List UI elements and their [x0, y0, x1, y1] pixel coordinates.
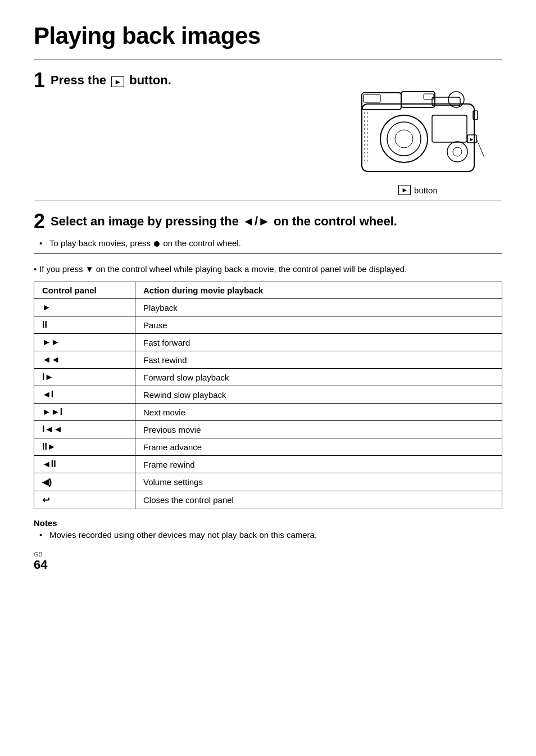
- control-panel-icon-cell: ↩: [34, 491, 135, 509]
- action-cell: Forward slow playback: [135, 369, 502, 386]
- divider-3: [34, 253, 502, 254]
- table-row: ►►INext movie: [34, 404, 502, 421]
- divider-1: [34, 60, 502, 60]
- svg-rect-1: [362, 93, 401, 110]
- notes-section: Notes Movies recorded using other device…: [34, 518, 502, 540]
- step-1-section: 1 Press the ► button.: [34, 70, 502, 195]
- svg-point-5: [387, 122, 421, 156]
- step-2-heading: 2 Select an image by pressing the ◄/► on…: [34, 211, 502, 232]
- divider-2: [34, 201, 502, 201]
- svg-rect-0: [362, 104, 474, 171]
- circle-icon: [154, 241, 160, 247]
- control-panel-icon-cell: ►: [34, 299, 135, 316]
- control-panel-icon-cell: II►: [34, 438, 135, 456]
- svg-rect-15: [364, 94, 380, 102]
- page-footer: GB 64: [34, 551, 502, 572]
- step-2-section: 2 Select an image by pressing the ◄/► on…: [34, 211, 502, 248]
- action-cell: Frame rewind: [135, 456, 502, 473]
- action-cell: Rewind slow playback: [135, 386, 502, 404]
- svg-line-13: [476, 139, 484, 157]
- control-panel-icon-cell: I◄◄: [34, 421, 135, 438]
- button-label: ► button: [398, 185, 438, 195]
- control-panel-icon-cell: ►►I: [34, 404, 135, 421]
- control-panel-icon-cell: I►: [34, 369, 135, 386]
- svg-point-8: [447, 142, 467, 162]
- table-row: ◀)Volume settings: [34, 473, 502, 491]
- page-title: Playing back images: [34, 22, 502, 49]
- table-row: ►►Fast forward: [34, 334, 502, 351]
- step-1-text-after: button.: [129, 73, 171, 87]
- page-lang: GB: [34, 551, 502, 558]
- action-cell: Pause: [135, 316, 502, 334]
- control-panel-icon-cell: ◄◄: [34, 351, 135, 369]
- camera-svg: ►: [345, 70, 491, 183]
- svg-point-9: [453, 147, 462, 156]
- action-cell: Volume settings: [135, 473, 502, 491]
- control-panel-icon-cell: ►►: [34, 334, 135, 351]
- table-row: I◄◄Previous movie: [34, 421, 502, 438]
- action-cell: Fast rewind: [135, 351, 502, 369]
- table-row: II►Frame advance: [34, 438, 502, 456]
- action-cell: Fast forward: [135, 334, 502, 351]
- camera-diagram-area: ► ► button: [345, 70, 491, 195]
- action-cell: Previous movie: [135, 421, 502, 438]
- step-2-bullet-1: To play back movies, press on the contro…: [39, 238, 502, 248]
- table-row: I►Forward slow playback: [34, 369, 502, 386]
- table-row: ►Playback: [34, 299, 502, 316]
- table-row: ◄◄Fast rewind: [34, 351, 502, 369]
- action-cell: Frame advance: [135, 438, 502, 456]
- control-panel-icon-cell: II: [34, 316, 135, 334]
- action-cell: Playback: [135, 299, 502, 316]
- step-2-bullet-1-after: on the control wheel.: [163, 238, 240, 248]
- playback-button-icon: ►: [111, 76, 124, 88]
- step-2-bullets: To play back movies, press on the contro…: [39, 238, 502, 248]
- control-panel-table: Control panel Action during movie playba…: [34, 282, 502, 509]
- step-1-number: 1: [34, 70, 45, 90]
- action-cell: Closes the control panel: [135, 491, 502, 509]
- svg-rect-7: [432, 115, 467, 142]
- control-panel-icon-cell: ◀): [34, 473, 135, 491]
- step-1-text-before: Press the: [51, 73, 106, 87]
- button-label-text: button: [414, 185, 438, 195]
- svg-point-10: [448, 92, 464, 107]
- control-panel-icon-cell: ◄II: [34, 456, 135, 473]
- step-2-bullet-1-before: To play back movies, press: [49, 238, 151, 248]
- col1-header: Control panel: [34, 282, 135, 299]
- step-1-text: Press the ► button.: [51, 73, 171, 88]
- table-row: ◄IIFrame rewind: [34, 456, 502, 473]
- notes-heading: Notes: [34, 518, 502, 528]
- note-item-1-text: Movies recorded using other devices may …: [49, 530, 317, 540]
- table-header-row: Control panel Action during movie playba…: [34, 282, 502, 299]
- page-number: 64: [34, 558, 502, 572]
- step-2-number: 2: [34, 211, 45, 232]
- playback-icon-label: ►: [398, 185, 411, 195]
- table-row: ↩Closes the control panel: [34, 491, 502, 509]
- note-before-table-text: If you press ▼ on the control wheel whil…: [39, 264, 407, 274]
- control-table-body: ►PlaybackIIPause►►Fast forward◄◄Fast rew…: [34, 299, 502, 509]
- control-panel-icon-cell: ◄I: [34, 386, 135, 404]
- col2-header: Action during movie playback: [135, 282, 502, 299]
- note-before-table: If you press ▼ on the control wheel whil…: [34, 264, 502, 274]
- notes-list: Movies recorded using other devices may …: [39, 530, 502, 540]
- svg-point-6: [395, 130, 413, 148]
- table-row: IIPause: [34, 316, 502, 334]
- note-item-1: Movies recorded using other devices may …: [39, 530, 502, 540]
- action-cell: Next movie: [135, 404, 502, 421]
- step-2-text: Select an image by pressing the ◄/► on t…: [51, 214, 397, 229]
- table-row: ◄IRewind slow playback: [34, 386, 502, 404]
- step-1-heading: 1 Press the ► button.: [34, 70, 345, 90]
- svg-text:►: ►: [469, 137, 474, 142]
